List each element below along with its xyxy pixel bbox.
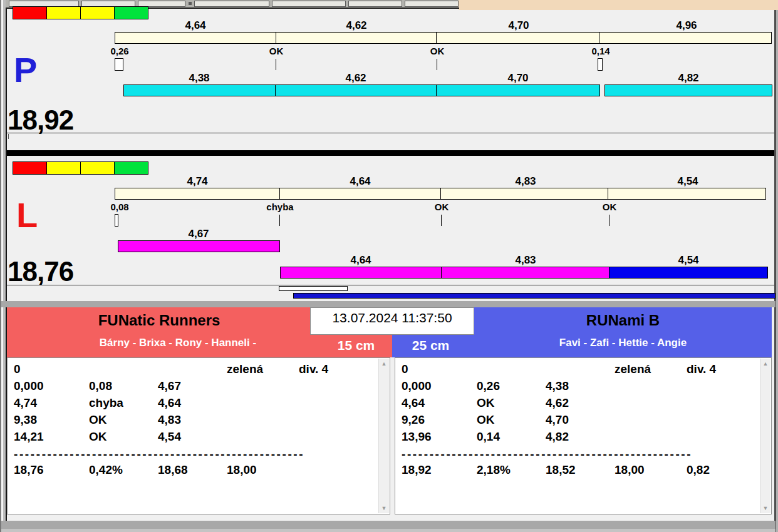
pass-tick-marker xyxy=(276,59,276,70)
scroll-up-icon[interactable]: ▲ xyxy=(379,359,389,368)
team-left-name: FUNatic Runners xyxy=(7,312,311,329)
timeline-origin-tick xyxy=(8,134,9,139)
team-right-members: Favi - Zafi - Hettie - Angie xyxy=(474,337,772,349)
results-cell: 14,21 xyxy=(14,430,44,444)
results-cell: 0 xyxy=(402,362,408,376)
results-cell: 4,64 xyxy=(158,396,181,410)
lane-p-actual-bar-segment xyxy=(275,84,437,96)
results-cell: chyba xyxy=(89,396,123,410)
toolbar-segment xyxy=(348,1,402,7)
results-cell: OK xyxy=(89,413,107,427)
progress-bar xyxy=(293,293,775,299)
pass-tick-marker xyxy=(279,215,280,226)
section-separator-line xyxy=(7,133,774,133)
lane-l-ideal-time: 4,74 xyxy=(172,175,222,188)
results-cell: 13,96 xyxy=(402,430,432,444)
lane-l-leg1-bar xyxy=(118,240,280,252)
pass-gap-marker xyxy=(598,58,603,71)
scroll-up-icon[interactable]: ▲ xyxy=(760,359,770,368)
dropdown-arrow-icon xyxy=(189,2,192,5)
results-net-time: 18,68 xyxy=(158,463,188,477)
results-cell: 4,82 xyxy=(546,430,569,444)
lane-p-status-lights xyxy=(13,6,148,19)
rerun-window-marker xyxy=(279,286,348,291)
results-cell: 0,14 xyxy=(477,430,500,444)
status-light-yellow xyxy=(80,161,115,175)
results-separator-left: ----------------------------------------… xyxy=(14,448,305,461)
lane-p-pass-mark: OK xyxy=(412,46,462,56)
scroll-down-icon[interactable]: ▼ xyxy=(379,504,389,513)
results-record-time: 18,00 xyxy=(227,463,257,477)
results-panel-right[interactable]: 0zelenádiv. 40,0000,264,384,64OK4,629,26… xyxy=(395,357,772,514)
lane-l-ideal-time: 4,54 xyxy=(663,175,713,188)
lane-l-label: L xyxy=(16,198,38,233)
status-light-yellow xyxy=(46,6,81,19)
pass-tick-marker xyxy=(609,215,609,226)
lane-l-actual-bar-segment xyxy=(441,267,609,279)
lane-p-actual-time: 4,38 xyxy=(174,72,224,84)
ideal-bar-segment xyxy=(436,32,599,44)
datetime-display: 13.07.2024 11:37:50 xyxy=(310,307,474,335)
results-cell: 0,26 xyxy=(477,379,500,393)
lane-p-actual-time: 4,62 xyxy=(331,72,381,84)
lane-p-actual-bar-segment xyxy=(604,84,772,96)
results-cell: 9,26 xyxy=(402,413,425,427)
lane-p-ideal-time: 4,62 xyxy=(331,19,381,32)
ideal-bar-segment xyxy=(599,32,772,44)
lane-p-total-time: 18,92 xyxy=(8,106,73,134)
scrollbar-right-panel[interactable]: ▲ ▼ xyxy=(760,359,770,513)
background-desktop-strip xyxy=(459,0,778,10)
results-cell: 9,38 xyxy=(14,413,37,427)
pass-gap-marker xyxy=(115,58,123,71)
lane-l-actual-bar-segment xyxy=(280,267,442,279)
ideal-bar-segment xyxy=(608,188,766,200)
status-light-red xyxy=(13,6,47,19)
team-left-members: Bárny - Brixa - Rony - Hanneli - xyxy=(7,337,349,349)
team-right-name: RUNami B xyxy=(474,312,772,329)
lane-l-ideal-time: 4,64 xyxy=(335,175,385,188)
lane-p-pass-mark: 0,26 xyxy=(95,46,145,56)
scrollbar-left-panel[interactable]: ▲ ▼ xyxy=(378,359,389,513)
results-cell: 0 xyxy=(14,362,21,376)
lane-p-ideal-time: 4,70 xyxy=(494,19,544,32)
lane-l-leg1-time: 4,67 xyxy=(174,228,224,240)
lane-p-pass-mark: 0,14 xyxy=(576,46,626,56)
team-left-height-category: 15 cm xyxy=(323,338,389,353)
results-cell: div. 4 xyxy=(299,362,328,376)
lane-p-ideal-time: 4,96 xyxy=(661,19,712,32)
results-panel-left[interactable]: 0zelenádiv. 40,0000,084,674,74chyba4,649… xyxy=(7,357,390,514)
status-bar xyxy=(1,521,775,529)
results-diff-time: 0,82 xyxy=(687,463,710,477)
pass-gap-marker xyxy=(115,214,118,227)
status-light-green xyxy=(114,6,148,19)
lane-p-label: P xyxy=(14,53,37,88)
results-cell: 0,000 xyxy=(14,379,44,393)
ideal-bar-segment xyxy=(440,188,608,200)
ideal-bar-segment xyxy=(115,32,276,44)
results-cell: 4,83 xyxy=(158,413,181,427)
ideal-bar-segment xyxy=(279,188,441,200)
results-cell: zelená xyxy=(227,362,263,376)
results-cell: 4,54 xyxy=(158,430,181,444)
lane-l-actual-bar-segment-running xyxy=(609,267,768,279)
timing-app-window: 4,64 4,62 4,70 4,96 0,26 OK OK 0,14 4,38… xyxy=(0,0,778,532)
ideal-bar-segment xyxy=(115,188,280,200)
results-cell: div. 4 xyxy=(687,362,716,376)
toolbar-segment xyxy=(194,1,269,7)
lane-p-actual-time: 4,70 xyxy=(493,72,543,84)
results-net-time: 18,52 xyxy=(546,463,576,477)
scroll-down-icon[interactable]: ▼ xyxy=(760,504,770,513)
results-cell: 0,000 xyxy=(402,379,432,393)
results-record-time: 18,00 xyxy=(615,463,645,477)
lane-l-actual-time: 4,54 xyxy=(663,254,713,267)
lane-l-pass-mark: OK xyxy=(584,202,635,212)
results-cell: OK xyxy=(477,413,495,427)
results-total-time: 18,76 xyxy=(14,463,44,477)
results-cell: 4,62 xyxy=(546,396,569,410)
section-separator-line xyxy=(7,285,774,285)
lane-l-ideal-bar xyxy=(115,188,766,200)
lane-p-actual-bar-segment xyxy=(123,84,276,96)
results-total-penalty: 0,42% xyxy=(89,463,123,477)
lane-p-ideal-time: 4,64 xyxy=(170,19,220,32)
results-cell: 4,74 xyxy=(14,396,37,410)
